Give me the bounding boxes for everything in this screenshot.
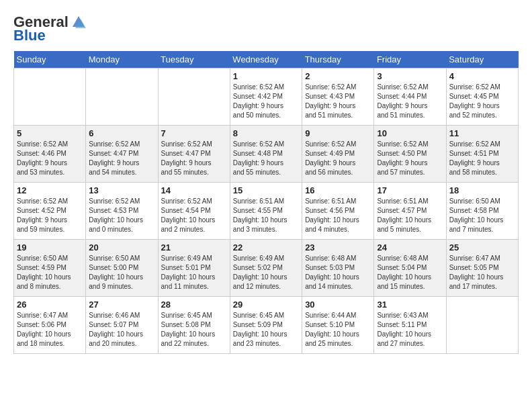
header-sunday: Sunday bbox=[14, 51, 86, 68]
header-monday: Monday bbox=[86, 51, 158, 68]
week-row-4: 19Sunrise: 6:50 AM Sunset: 4:59 PM Dayli… bbox=[14, 240, 519, 297]
empty-cell bbox=[14, 68, 86, 126]
calendar-body: 1Sunrise: 6:52 AM Sunset: 4:42 PM Daylig… bbox=[14, 68, 519, 354]
week-row-3: 12Sunrise: 6:52 AM Sunset: 4:52 PM Dayli… bbox=[14, 183, 519, 240]
logo-text-blue: Blue bbox=[13, 27, 46, 44]
week-row-5: 26Sunrise: 6:47 AM Sunset: 5:06 PM Dayli… bbox=[14, 297, 519, 354]
day-number: 23 bbox=[305, 242, 371, 253]
day-cell-3: 3Sunrise: 6:52 AM Sunset: 4:44 PM Daylig… bbox=[374, 68, 446, 126]
day-cell-5: 5Sunrise: 6:52 AM Sunset: 4:46 PM Daylig… bbox=[14, 126, 86, 183]
day-info: Sunrise: 6:50 AM Sunset: 4:59 PM Dayligh… bbox=[17, 254, 83, 291]
header-wednesday: Wednesday bbox=[230, 51, 302, 68]
day-cell-7: 7Sunrise: 6:52 AM Sunset: 4:47 PM Daylig… bbox=[158, 126, 230, 183]
day-number: 11 bbox=[449, 128, 515, 138]
day-number: 30 bbox=[305, 300, 371, 310]
day-number: 20 bbox=[89, 242, 154, 253]
week-row-1: 1Sunrise: 6:52 AM Sunset: 4:42 PM Daylig… bbox=[14, 68, 519, 126]
day-info: Sunrise: 6:51 AM Sunset: 4:55 PM Dayligh… bbox=[233, 197, 299, 234]
day-number: 29 bbox=[233, 300, 299, 310]
day-number: 8 bbox=[233, 128, 299, 138]
day-info: Sunrise: 6:48 AM Sunset: 5:04 PM Dayligh… bbox=[377, 254, 443, 291]
day-number: 17 bbox=[377, 185, 443, 195]
day-cell-24: 24Sunrise: 6:48 AM Sunset: 5:04 PM Dayli… bbox=[374, 240, 446, 297]
day-info: Sunrise: 6:49 AM Sunset: 5:02 PM Dayligh… bbox=[233, 254, 299, 291]
day-cell-10: 10Sunrise: 6:52 AM Sunset: 4:50 PM Dayli… bbox=[374, 126, 446, 183]
day-cell-15: 15Sunrise: 6:51 AM Sunset: 4:55 PM Dayli… bbox=[230, 183, 302, 240]
day-number: 22 bbox=[233, 242, 299, 253]
calendar-table: SundayMondayTuesdayWednesdayThursdayFrid… bbox=[13, 51, 519, 354]
day-info: Sunrise: 6:52 AM Sunset: 4:47 PM Dayligh… bbox=[161, 140, 227, 177]
day-cell-18: 18Sunrise: 6:50 AM Sunset: 4:58 PM Dayli… bbox=[446, 183, 518, 240]
day-cell-22: 22Sunrise: 6:49 AM Sunset: 5:02 PM Dayli… bbox=[230, 240, 302, 297]
day-info: Sunrise: 6:47 AM Sunset: 5:06 PM Dayligh… bbox=[17, 311, 83, 349]
day-number: 18 bbox=[449, 185, 515, 195]
day-info: Sunrise: 6:51 AM Sunset: 4:56 PM Dayligh… bbox=[305, 197, 371, 234]
day-number: 27 bbox=[89, 300, 154, 310]
day-info: Sunrise: 6:52 AM Sunset: 4:49 PM Dayligh… bbox=[305, 140, 371, 177]
day-cell-13: 13Sunrise: 6:52 AM Sunset: 4:53 PM Dayli… bbox=[86, 183, 158, 240]
day-cell-30: 30Sunrise: 6:44 AM Sunset: 5:10 PM Dayli… bbox=[302, 297, 374, 354]
day-number: 13 bbox=[89, 185, 154, 195]
page-header: General Blue bbox=[13, 13, 519, 44]
calendar-header: SundayMondayTuesdayWednesdayThursdayFrid… bbox=[14, 51, 519, 68]
day-number: 31 bbox=[377, 300, 443, 310]
day-cell-23: 23Sunrise: 6:48 AM Sunset: 5:03 PM Dayli… bbox=[302, 240, 374, 297]
day-info: Sunrise: 6:52 AM Sunset: 4:44 PM Dayligh… bbox=[377, 83, 443, 120]
header-friday: Friday bbox=[374, 51, 446, 68]
day-cell-17: 17Sunrise: 6:51 AM Sunset: 4:57 PM Dayli… bbox=[374, 183, 446, 240]
day-number: 12 bbox=[17, 185, 83, 195]
day-info: Sunrise: 6:50 AM Sunset: 5:00 PM Dayligh… bbox=[89, 254, 154, 291]
day-info: Sunrise: 6:48 AM Sunset: 5:03 PM Dayligh… bbox=[305, 254, 371, 291]
day-cell-27: 27Sunrise: 6:46 AM Sunset: 5:07 PM Dayli… bbox=[86, 297, 158, 354]
day-info: Sunrise: 6:45 AM Sunset: 5:08 PM Dayligh… bbox=[161, 311, 227, 349]
day-cell-21: 21Sunrise: 6:49 AM Sunset: 5:01 PM Dayli… bbox=[158, 240, 230, 297]
day-number: 10 bbox=[377, 128, 443, 138]
day-info: Sunrise: 6:52 AM Sunset: 4:51 PM Dayligh… bbox=[449, 140, 515, 177]
day-cell-28: 28Sunrise: 6:45 AM Sunset: 5:08 PM Dayli… bbox=[158, 297, 230, 354]
day-cell-9: 9Sunrise: 6:52 AM Sunset: 4:49 PM Daylig… bbox=[302, 126, 374, 183]
day-cell-4: 4Sunrise: 6:52 AM Sunset: 4:45 PM Daylig… bbox=[446, 68, 518, 126]
header-tuesday: Tuesday bbox=[158, 51, 230, 68]
empty-cell bbox=[446, 297, 518, 354]
day-info: Sunrise: 6:44 AM Sunset: 5:10 PM Dayligh… bbox=[305, 311, 371, 349]
day-number: 28 bbox=[161, 300, 227, 310]
day-cell-16: 16Sunrise: 6:51 AM Sunset: 4:56 PM Dayli… bbox=[302, 183, 374, 240]
logo: General Blue bbox=[13, 13, 86, 44]
day-number: 1 bbox=[233, 71, 299, 81]
day-info: Sunrise: 6:52 AM Sunset: 4:53 PM Dayligh… bbox=[89, 197, 154, 234]
day-number: 3 bbox=[377, 71, 443, 81]
day-number: 19 bbox=[17, 242, 83, 253]
day-cell-29: 29Sunrise: 6:45 AM Sunset: 5:09 PM Dayli… bbox=[230, 297, 302, 354]
day-number: 2 bbox=[305, 71, 371, 81]
day-info: Sunrise: 6:52 AM Sunset: 4:47 PM Dayligh… bbox=[89, 140, 154, 177]
header-saturday: Saturday bbox=[446, 51, 518, 68]
day-cell-26: 26Sunrise: 6:47 AM Sunset: 5:06 PM Dayli… bbox=[14, 297, 86, 354]
day-number: 25 bbox=[449, 242, 515, 253]
day-info: Sunrise: 6:52 AM Sunset: 4:54 PM Dayligh… bbox=[161, 197, 227, 234]
empty-cell bbox=[158, 68, 230, 126]
week-row-2: 5Sunrise: 6:52 AM Sunset: 4:46 PM Daylig… bbox=[14, 126, 519, 183]
day-number: 15 bbox=[233, 185, 299, 195]
day-info: Sunrise: 6:45 AM Sunset: 5:09 PM Dayligh… bbox=[233, 311, 299, 349]
day-cell-14: 14Sunrise: 6:52 AM Sunset: 4:54 PM Dayli… bbox=[158, 183, 230, 240]
day-info: Sunrise: 6:52 AM Sunset: 4:52 PM Dayligh… bbox=[17, 197, 83, 234]
day-number: 24 bbox=[377, 242, 443, 253]
day-number: 5 bbox=[17, 128, 83, 138]
day-number: 7 bbox=[161, 128, 227, 138]
day-cell-8: 8Sunrise: 6:52 AM Sunset: 4:48 PM Daylig… bbox=[230, 126, 302, 183]
header-thursday: Thursday bbox=[302, 51, 374, 68]
day-cell-2: 2Sunrise: 6:52 AM Sunset: 4:43 PM Daylig… bbox=[302, 68, 374, 126]
day-cell-31: 31Sunrise: 6:43 AM Sunset: 5:11 PM Dayli… bbox=[374, 297, 446, 354]
day-info: Sunrise: 6:43 AM Sunset: 5:11 PM Dayligh… bbox=[377, 311, 443, 349]
day-cell-20: 20Sunrise: 6:50 AM Sunset: 5:00 PM Dayli… bbox=[86, 240, 158, 297]
day-cell-6: 6Sunrise: 6:52 AM Sunset: 4:47 PM Daylig… bbox=[86, 126, 158, 183]
day-cell-11: 11Sunrise: 6:52 AM Sunset: 4:51 PM Dayli… bbox=[446, 126, 518, 183]
day-cell-1: 1Sunrise: 6:52 AM Sunset: 4:42 PM Daylig… bbox=[230, 68, 302, 126]
empty-cell bbox=[86, 68, 158, 126]
day-cell-19: 19Sunrise: 6:50 AM Sunset: 4:59 PM Dayli… bbox=[14, 240, 86, 297]
day-number: 4 bbox=[449, 71, 515, 81]
day-info: Sunrise: 6:52 AM Sunset: 4:43 PM Dayligh… bbox=[305, 83, 371, 120]
day-cell-12: 12Sunrise: 6:52 AM Sunset: 4:52 PM Dayli… bbox=[14, 183, 86, 240]
day-info: Sunrise: 6:46 AM Sunset: 5:07 PM Dayligh… bbox=[89, 311, 154, 349]
day-number: 9 bbox=[305, 128, 371, 138]
